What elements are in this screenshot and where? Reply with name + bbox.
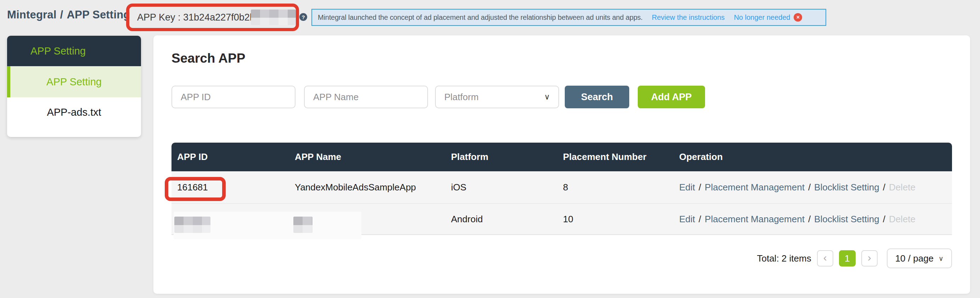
cell-placement-number: 8 bbox=[557, 182, 673, 193]
column-header-platform: Platform bbox=[445, 152, 557, 162]
breadcrumb-brand[interactable]: Mintegral bbox=[7, 8, 57, 21]
close-icon[interactable]: × bbox=[794, 13, 802, 22]
operation-separator: / bbox=[699, 182, 701, 193]
pagination: Total: 2 items ‹ 1 › 10 / page ∨ bbox=[757, 248, 952, 269]
sidebar-item-label: APP Setting bbox=[46, 76, 102, 88]
prev-page-button[interactable]: ‹ bbox=[817, 250, 833, 266]
platform-select[interactable]: Platform ∨ bbox=[435, 86, 559, 108]
add-app-button[interactable]: Add APP bbox=[638, 86, 705, 108]
page-title: Search APP bbox=[172, 51, 245, 66]
operation-separator: / bbox=[808, 214, 811, 225]
column-header-app-name: APP Name bbox=[289, 152, 445, 162]
app-setting-page: Mintegral/APP Setting APP Key : 31b24a22… bbox=[0, 0, 980, 298]
column-header-operation: Operation bbox=[673, 152, 952, 162]
sidebar-group-label: APP Setting bbox=[30, 45, 86, 57]
blocklist-setting-link[interactable]: Blocklist Setting bbox=[814, 182, 880, 193]
operation-separator: / bbox=[808, 182, 811, 193]
sidebar-item-label: APP-ads.txt bbox=[47, 106, 101, 118]
app-key-redacted-mosaic bbox=[251, 10, 296, 25]
chevron-down-icon: ∨ bbox=[544, 92, 550, 101]
no-longer-needed-link[interactable]: No longer needed bbox=[734, 13, 790, 22]
help-icon[interactable]: ? bbox=[299, 13, 307, 21]
table-row: 161681 YandexMobileAdsSampleApp iOS 8 Ed… bbox=[172, 171, 952, 203]
active-indicator-bar bbox=[7, 66, 10, 97]
help-icon-glyph: ? bbox=[302, 14, 305, 20]
table-header-row: APP ID APP Name Platform Placement Numbe… bbox=[172, 143, 952, 171]
edit-link[interactable]: Edit bbox=[679, 182, 695, 193]
operation-separator: / bbox=[883, 214, 885, 225]
delete-link-disabled: Delete bbox=[889, 214, 916, 225]
chevron-down-icon: ∨ bbox=[939, 254, 943, 263]
cell-platform: iOS bbox=[445, 182, 557, 193]
notification-banner: Mintegral launched the concept of ad pla… bbox=[312, 9, 826, 26]
column-header-app-id: APP ID bbox=[172, 152, 289, 162]
edit-link[interactable]: Edit bbox=[679, 214, 695, 225]
sidebar: APP Setting APP Setting APP-ads.txt bbox=[7, 36, 141, 137]
sidebar-item-app-setting[interactable]: APP Setting bbox=[7, 66, 141, 97]
sidebar-item-app-ads-txt[interactable]: APP-ads.txt bbox=[7, 97, 141, 137]
next-page-button[interactable]: › bbox=[861, 250, 878, 266]
blocklist-setting-link[interactable]: Blocklist Setting bbox=[814, 214, 880, 225]
app-name-input[interactable] bbox=[304, 86, 428, 108]
page-1-button[interactable]: 1 bbox=[839, 250, 856, 266]
chevron-left-icon: ‹ bbox=[823, 252, 827, 263]
platform-select-placeholder: Platform bbox=[444, 92, 479, 103]
delete-link-disabled: Delete bbox=[889, 182, 916, 193]
search-button[interactable]: Search bbox=[565, 86, 629, 108]
page-size-select[interactable]: 10 / page ∨ bbox=[887, 249, 952, 268]
column-header-placement-number: Placement Number bbox=[557, 152, 673, 162]
operation-separator: / bbox=[883, 182, 885, 193]
placement-management-link[interactable]: Placement Management bbox=[705, 182, 805, 193]
search-filters: Platform ∨ Search Add APP bbox=[172, 86, 705, 108]
breadcrumb: Mintegral/APP Setting bbox=[7, 8, 130, 21]
app-key-annotation-box: APP Key : 31b24a227f0b2b bbox=[126, 3, 299, 31]
main-panel: Search APP Platform ∨ Search Add APP APP… bbox=[153, 35, 970, 294]
cell-app-id: 161681 bbox=[172, 182, 289, 193]
notification-message: Mintegral launched the concept of ad pla… bbox=[318, 13, 643, 22]
cell-operations: Edit / Placement Management / Blocklist … bbox=[673, 214, 952, 225]
breadcrumb-separator: / bbox=[60, 8, 64, 21]
app-name-redacted-mosaic bbox=[293, 217, 312, 233]
operation-separator: / bbox=[699, 214, 701, 225]
cell-placement-number: 10 bbox=[557, 214, 673, 225]
breadcrumb-current: APP Setting bbox=[67, 8, 130, 21]
app-id-input[interactable] bbox=[172, 86, 296, 108]
sidebar-group-app-setting[interactable]: APP Setting bbox=[7, 36, 141, 66]
close-icon-glyph: × bbox=[797, 14, 800, 21]
pagination-total: Total: 2 items bbox=[757, 253, 811, 264]
cell-app-name: YandexMobileAdsSampleApp bbox=[289, 182, 445, 193]
review-instructions-link[interactable]: Review the instructions bbox=[652, 13, 725, 22]
cell-platform: Android bbox=[445, 214, 557, 225]
cell-operations: Edit / Placement Management / Blocklist … bbox=[673, 182, 952, 193]
page-size-value: 10 / page bbox=[895, 253, 934, 264]
app-id-redacted-mosaic bbox=[174, 217, 210, 233]
app-key-label: APP Key : 31b24a227f0b2b bbox=[137, 12, 255, 23]
chevron-right-icon: › bbox=[868, 252, 871, 263]
placement-management-link[interactable]: Placement Management bbox=[705, 214, 805, 225]
